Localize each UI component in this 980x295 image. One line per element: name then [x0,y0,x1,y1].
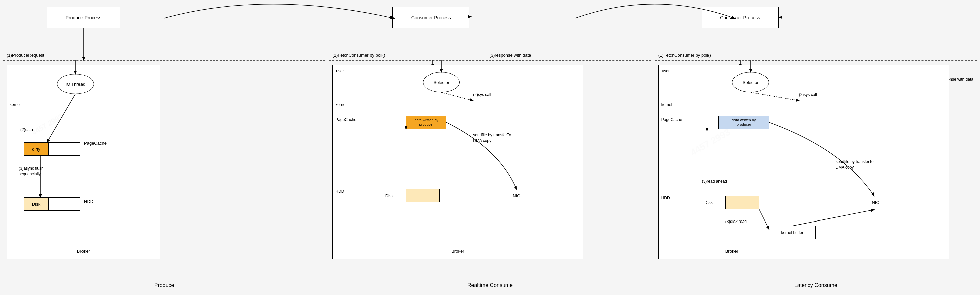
svg-line-6 [441,92,473,100]
latency-user-label: user [662,69,670,73]
latency-disk-box: Disk [692,196,759,209]
latency-selector: Selector [732,72,769,92]
panel-realtime: Consumer Process (1)FetchConsumer by pol… [329,3,651,292]
sep-1 [327,3,327,292]
produce-kernel-label: kernel [10,102,21,107]
sep-2 [653,3,653,292]
latency-pagecache-box: data written byproducer [692,116,769,129]
panel-produce: Produce Process (1)ProduceRequest kernel… [3,3,325,292]
produce-pagecache-label: PageCache [84,141,107,146]
realtime-pagecache-label: PageCache [335,117,356,122]
latency-broker-box: user kernel Selector (2)sys call PageCac… [659,65,949,259]
latency-process-box: Consumer Process [702,7,779,29]
realtime-hdd-label: HDD [335,189,344,194]
produce-panel-title: Produce [154,282,174,288]
panel-latency: Consumer Process (1)FetchConsumer by pol… [655,3,977,292]
produce-async-label: (3)async flushsequencially [19,166,44,177]
produce-dashed-top [3,60,325,61]
realtime-dashed-top [329,60,651,61]
latency-readahead-label: (3)read ahead [702,179,727,184]
produce-broker-label: Broker [77,249,90,254]
realtime-user-label: user [336,69,344,73]
produce-data-label: (2)data [21,127,33,132]
latency-fetch-label: (1)FetchConsumer by poll() [659,53,711,58]
realtime-panel-title: Realtime Consume [467,282,513,288]
produce-request-label: (1)ProduceRequest [7,53,45,58]
latency-dashed-top [655,60,977,61]
latency-broker-label: Broker [725,249,738,254]
realtime-response-label: (3)response with data [489,53,531,58]
realtime-broker-label: Broker [451,249,464,254]
realtime-fetch-label: (1)FetchConsumer by poll() [332,53,385,58]
latency-kernel-line [659,100,948,101]
produce-arrows [7,65,160,258]
realtime-sendfile-label: sendfile by transferToDMA copy [473,132,511,144]
realtime-broker-box: user kernel Selector (2)sys call PageCac… [332,65,583,259]
produce-process-label: Produce Process [66,15,102,21]
svg-line-15 [759,209,769,229]
latency-hdd-label: HDD [661,196,670,201]
realtime-kernel-label: kernel [335,102,346,107]
realtime-syscall-label: (2)sys call [473,92,491,97]
produce-hdd-label: HDD [84,199,93,204]
produce-disk-box: Disk [24,198,81,211]
latency-diskread-label: (3)disk read [725,219,746,224]
realtime-arrows [332,65,582,258]
produce-dirty-box: dirty [24,142,81,156]
latency-sendfile-label: sendfile by transferToDMA copy [836,159,874,171]
realtime-selector: Selector [423,72,460,92]
produce-kernel-line [7,100,160,101]
latency-nic-box: NIC [859,196,892,209]
realtime-kernel-line [332,100,582,101]
realtime-process-box: Consumer Process [393,7,469,29]
realtime-nic-box: NIC [500,189,533,203]
latency-kernel-buffer-box: kernel buffer [769,226,816,239]
realtime-process-label: Consumer Process [411,15,451,21]
latency-kernel-label: kernel [661,102,672,107]
latency-panel-title: Latency Consume [794,282,837,288]
produce-broker-box: kernel IO Thread (2)data PageCache dirty… [7,65,160,259]
realtime-pagecache-box: data written byproducer [373,116,446,129]
main-diagram: Produce Process (1)ProduceRequest kernel… [0,0,980,295]
svg-line-11 [751,92,799,100]
realtime-disk-box: Disk [373,189,439,203]
produce-process-box: Produce Process [47,7,120,29]
produce-io-thread: IO Thread [57,74,94,94]
svg-line-14 [792,210,874,226]
latency-pagecache-label: PageCache [661,117,682,122]
latency-process-label: Consumer Process [720,15,760,21]
latency-syscall-label: (2)sys call [799,92,817,97]
